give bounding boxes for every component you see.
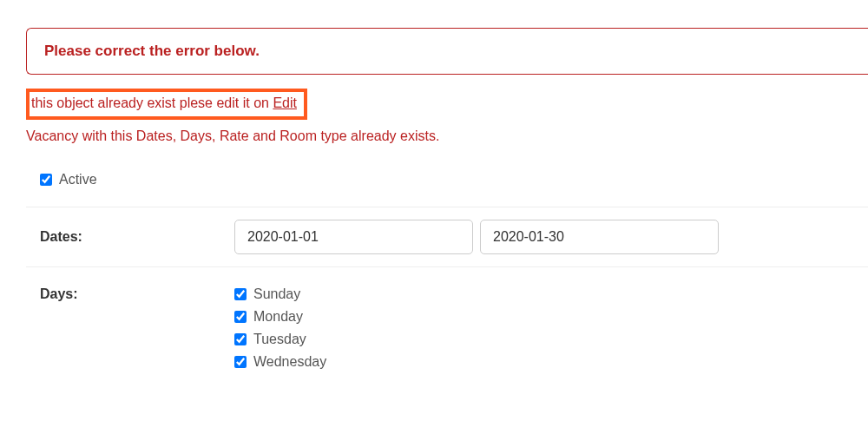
date-start-input[interactable]	[234, 220, 473, 254]
day-item: Wednesday	[234, 354, 326, 370]
active-label: Active	[59, 172, 97, 187]
error-highlight-box: this object already exist plese edit it …	[26, 89, 307, 120]
days-label: Days:	[26, 286, 234, 302]
error-edit-link[interactable]: Edit	[273, 95, 297, 110]
days-row: Days: Sunday Monday Tuesday Wednesday	[26, 267, 868, 389]
day-label: Wednesday	[253, 354, 326, 370]
dates-row: Dates:	[26, 207, 868, 267]
active-row: Active	[26, 160, 868, 207]
day-checkbox-wednesday[interactable]	[234, 356, 247, 368]
dates-label: Dates:	[26, 229, 234, 245]
active-checkbox[interactable]	[40, 174, 52, 186]
day-label: Monday	[253, 309, 303, 325]
error-validation-text: Vacancy with this Dates, Days, Rate and …	[26, 128, 868, 144]
day-checkbox-sunday[interactable]	[234, 288, 247, 300]
day-label: Sunday	[253, 286, 300, 302]
day-checkbox-monday[interactable]	[234, 311, 247, 323]
date-end-input[interactable]	[480, 220, 719, 254]
error-inline-text: this object already exist plese edit it …	[31, 95, 273, 110]
error-banner-text: Please correct the error below.	[44, 43, 260, 60]
day-label: Tuesday	[253, 332, 306, 347]
days-list: Sunday Monday Tuesday Wednesday	[234, 286, 326, 377]
day-item: Monday	[234, 309, 326, 325]
error-inline-message: this object already exist plese edit it …	[31, 95, 297, 110]
day-item: Tuesday	[234, 332, 326, 347]
day-item: Sunday	[234, 286, 326, 302]
error-banner: Please correct the error below.	[26, 28, 868, 75]
day-checkbox-tuesday[interactable]	[234, 333, 247, 345]
